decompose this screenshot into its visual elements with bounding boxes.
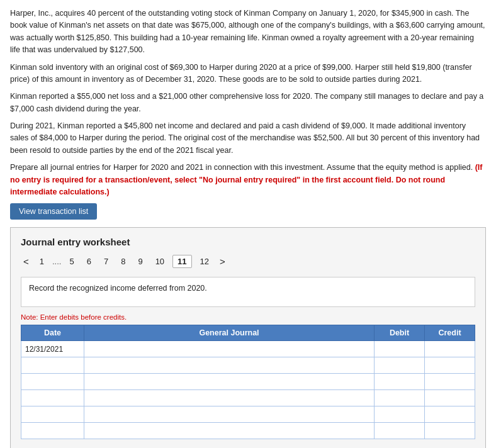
journal-input-4[interactable] [84,390,374,406]
table-row: 12/31/2021 [21,341,475,357]
paragraph-2: Kinman sold inventory with an original c… [10,62,486,86]
debit-input-2[interactable] [375,357,424,373]
page-1[interactable]: 1 [35,255,48,267]
journal-cell-6[interactable] [84,423,375,439]
worksheet-title: Journal entry worksheet [21,237,475,247]
journal-cell-5[interactable] [84,406,375,423]
credit-input-3[interactable] [425,374,475,389]
journal-cell-2[interactable] [84,357,375,374]
page-12[interactable]: 12 [196,255,213,267]
journal-table: Date General Journal Debit Credit 12/31/… [21,325,475,439]
debit-cell-6[interactable] [375,423,425,439]
instruction-box: Record the recognized income deferred fr… [21,277,475,307]
debit-cell-1[interactable] [375,341,425,357]
credit-cell-5[interactable] [425,406,475,423]
credit-cell-6[interactable] [425,423,475,439]
table-row [21,406,475,423]
journal-input-1[interactable] [84,341,374,357]
debit-input-1[interactable] [375,341,424,357]
next-arrow[interactable]: > [217,255,228,267]
date-cell-3 [21,374,84,390]
prev-arrow[interactable]: < [21,255,31,267]
paragraph-3: Kinman reported a $55,000 net loss and a… [10,91,486,115]
paragraph-4: During 2021, Kinman reported a $45,800 n… [10,120,486,157]
journal-cell-1[interactable] [84,341,375,357]
table-row [21,357,475,374]
credit-input-6[interactable] [425,423,475,439]
table-row [21,423,475,439]
page-10[interactable]: 10 [151,255,169,267]
credit-cell-4[interactable] [425,390,475,406]
col-credit: Credit [425,325,475,341]
date-cell-2 [21,357,84,374]
view-transaction-list-button[interactable]: View transaction list [10,203,97,220]
journal-cell-3[interactable] [84,374,375,390]
table-row [21,390,475,406]
page-5[interactable]: 5 [65,255,78,267]
credit-input-5[interactable] [425,406,475,422]
debit-input-5[interactable] [375,406,424,422]
instruction-text: Record the recognized income deferred fr… [29,284,207,293]
debit-cell-4[interactable] [375,390,425,406]
page-11[interactable]: 11 [172,255,191,268]
page-6[interactable]: 6 [82,255,96,267]
col-general-journal: General Journal [84,325,375,341]
credit-cell-3[interactable] [425,374,475,390]
journal-input-5[interactable] [84,406,374,422]
journal-cell-4[interactable] [84,390,375,406]
date-cell-5 [21,406,84,423]
journal-input-2[interactable] [84,357,374,373]
paragraph-1: Harper, Inc., acquires 40 percent of the… [10,8,486,57]
table-row [21,374,475,390]
note-text: Note: Enter debits before credits. [21,313,475,321]
instruction-main: Prepare all journal entries for Harper f… [10,162,486,198]
credit-input-1[interactable] [425,341,475,357]
credit-input-4[interactable] [425,390,475,406]
journal-input-3[interactable] [84,374,374,389]
credit-input-2[interactable] [425,357,475,373]
debit-cell-3[interactable] [375,374,425,390]
date-cell-6 [21,423,84,439]
debit-input-4[interactable] [375,390,424,406]
col-debit: Debit [375,325,425,341]
debit-input-3[interactable] [375,374,424,389]
date-cell-1: 12/31/2021 [21,341,84,357]
credit-cell-1[interactable] [425,341,475,357]
journal-entry-worksheet: Journal entry worksheet < 1 .... 5 6 7 8… [10,227,486,448]
debit-cell-2[interactable] [375,357,425,374]
page-8[interactable]: 8 [116,255,130,267]
col-date: Date [21,325,84,341]
page-dots: .... [52,257,61,266]
credit-cell-2[interactable] [425,357,475,374]
date-value-1: 12/31/2021 [21,341,84,357]
date-cell-4 [21,390,84,406]
page-9[interactable]: 9 [133,255,147,267]
debit-cell-5[interactable] [375,406,425,423]
journal-input-6[interactable] [84,423,374,439]
debit-input-6[interactable] [375,423,424,439]
pagination: < 1 .... 5 6 7 8 9 10 11 12 > [21,255,475,268]
problem-text: Harper, Inc., acquires 40 percent of the… [10,8,486,198]
page-7[interactable]: 7 [99,255,113,267]
